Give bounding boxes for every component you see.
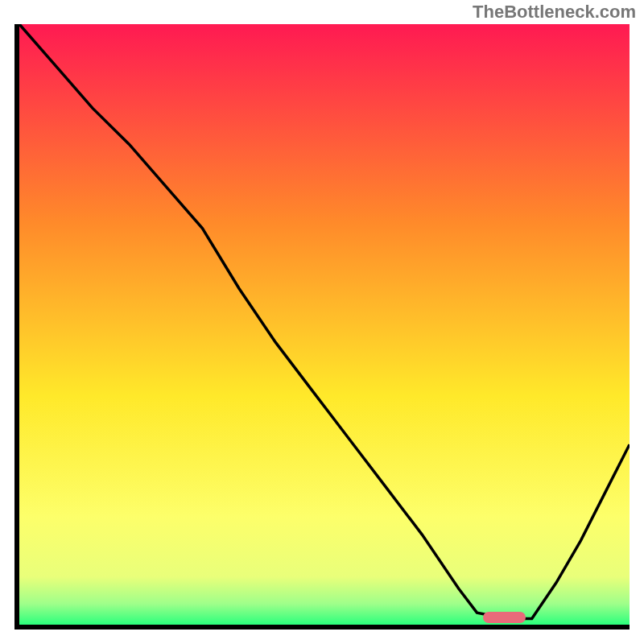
watermark-text: TheBottleneck.com	[473, 2, 636, 23]
bottleneck-curve	[19, 24, 630, 625]
optimal-range-marker	[483, 612, 526, 623]
plot-area	[14, 24, 630, 630]
chart-container: TheBottleneck.com	[0, 0, 644, 644]
